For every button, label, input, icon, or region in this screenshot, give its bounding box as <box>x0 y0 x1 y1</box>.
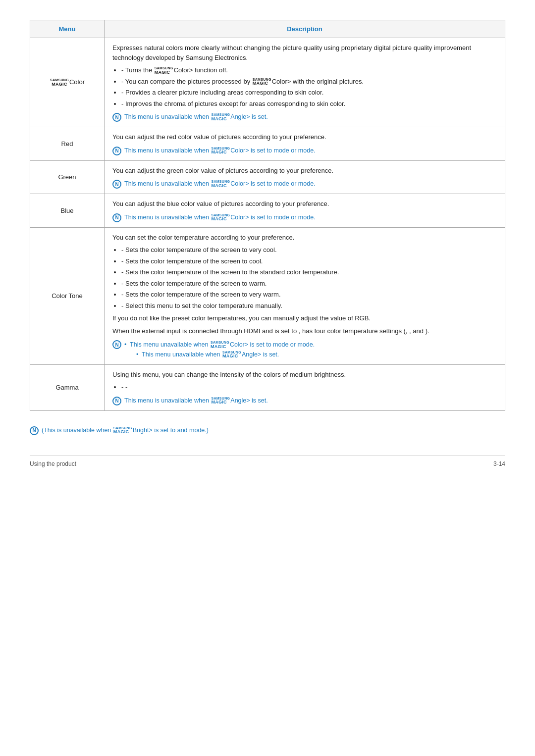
bullet-list: - - <box>121 382 497 392</box>
menu-label-red: Red <box>61 140 73 148</box>
menu-label-color-tone: Color Tone <box>52 292 83 300</box>
bullet-item: - Sets the color temperature of the scre… <box>121 279 497 289</box>
menu-label-magic-color: SAMSUNGMAGICColor <box>50 78 85 86</box>
menu-cell-4: Color Tone <box>30 227 105 364</box>
note-icon: N <box>112 180 121 189</box>
col-header-menu: Menu <box>30 20 105 38</box>
bullet-item: - You can compare the pictures processed… <box>121 77 497 87</box>
note-icon: N <box>112 340 121 349</box>
note-icon: N <box>112 213 121 222</box>
bullet-item: - Provides a clearer picture including a… <box>121 88 497 98</box>
extra-text: If you do not like the preset color temp… <box>112 313 497 323</box>
menu-label-blue: Blue <box>60 207 73 214</box>
note-sub-text: • This menu unavailable when SAMSUNGMAGI… <box>136 351 279 358</box>
bullet-item: - Improves the chroma of pictures except… <box>121 99 497 109</box>
footer-note-icon: N <box>30 426 39 435</box>
menu-cell-2: Green <box>30 160 105 194</box>
desc-intro: Using this menu, you can change the inte… <box>112 370 497 380</box>
desc-intro: You can adjust the green color value of … <box>112 166 497 176</box>
magic-brand-icon: SAMSUNGMAGIC <box>211 113 230 121</box>
note-text: This menu is unavailable when SAMSUNGMAG… <box>124 213 316 222</box>
magic-brand-icon: SAMSUNGMAGIC <box>211 213 230 222</box>
desc-intro: You can adjust the blue color value of p… <box>112 199 497 209</box>
note-row: N This menu is unavailable when SAMSUNGM… <box>112 146 497 155</box>
footer-note-text: (This is unavailable when SAMSUNGMAGICBr… <box>42 426 209 435</box>
magic-brand-icon: SAMSUNGMAGIC <box>211 341 229 349</box>
desc-cell-4: You can set the color temperature accord… <box>105 227 505 364</box>
note-text: This menu is unavailable when SAMSUNGMAG… <box>124 112 268 122</box>
bullet-item: - Sets the color temperature of the scre… <box>121 245 497 255</box>
page-wrapper: Menu Description SAMSUNGMAGICColorExpres… <box>30 20 505 467</box>
desc-intro: Expresses natural colors more clearly wi… <box>112 43 497 62</box>
magic-brand-icon: SAMSUNGMAGIC <box>155 66 173 75</box>
note-row: N • This menu unavailable when SAMSUNGMA… <box>112 340 497 359</box>
magic-brand-icon: SAMSUNGMAGIC <box>211 180 230 188</box>
bullet-item: - - <box>121 382 497 392</box>
bullet-item: - Sets the color temperature of the scre… <box>121 290 497 300</box>
magic-brand-icon: SAMSUNGMAGIC <box>211 397 230 405</box>
note-icon: N <box>112 147 121 155</box>
note-indent: • This menu unavailable when SAMSUNGMAGI… <box>136 350 315 359</box>
bullet-item: - Turns the SAMSUNGMAGICColor> function … <box>121 65 497 75</box>
main-table: Menu Description SAMSUNGMAGICColorExpres… <box>30 20 505 411</box>
menu-cell-1: Red <box>30 127 105 161</box>
bullet-list: - Sets the color temperature of the scre… <box>121 245 497 310</box>
magic-brand-icon: SAMSUNGMAGIC <box>222 351 241 359</box>
note-text: This menu is unavailable when SAMSUNGMAG… <box>124 146 316 155</box>
menu-cell-3: Blue <box>30 194 105 228</box>
bullet-item: - Select this menu to set the color temp… <box>121 301 497 311</box>
note-row: N This menu is unavailable when SAMSUNGM… <box>112 396 497 405</box>
note-text: This menu is unavailable when SAMSUNGMAG… <box>124 396 268 405</box>
note-row: N This menu is unavailable when SAMSUNGM… <box>112 112 497 122</box>
desc-cell-1: You can adjust the red color value of pi… <box>105 127 505 161</box>
footer-note-area: N (This is unavailable when SAMSUNGMAGIC… <box>30 426 505 435</box>
magic-brand-icon: SAMSUNGMAGIC <box>50 78 69 87</box>
note-row: N This menu is unavailable when SAMSUNGM… <box>112 179 497 189</box>
magic-brand-icon: SAMSUNGMAGIC <box>253 78 271 86</box>
page-footer: Using the product 3-14 <box>30 455 505 467</box>
note-row: N This menu is unavailable when SAMSUNGM… <box>112 213 497 222</box>
col-header-desc: Description <box>105 20 505 38</box>
page-footer-right: 3-14 <box>493 460 505 467</box>
note-text: This menu is unavailable when SAMSUNGMAG… <box>124 179 316 189</box>
magic-brand-icon: SAMSUNGMAGIC <box>113 426 132 435</box>
desc-cell-5: Using this menu, you can change the inte… <box>105 364 505 410</box>
bullet-item: - Sets the color temperature of the scre… <box>121 267 497 277</box>
magic-brand-icon: SAMSUNGMAGIC <box>211 147 230 155</box>
desc-cell-3: You can adjust the blue color value of p… <box>105 194 505 228</box>
desc-intro: You can set the color temperature accord… <box>112 233 497 243</box>
menu-cell-0: SAMSUNGMAGICColor <box>30 38 105 127</box>
note-icon: N <box>112 113 121 122</box>
note-icon: N <box>112 397 121 405</box>
menu-cell-5: Gamma <box>30 364 105 410</box>
menu-label-green: Green <box>58 173 76 181</box>
page-footer-left: Using the product <box>30 460 76 467</box>
desc-cell-2: You can adjust the green color value of … <box>105 160 505 194</box>
bullet-list: - Turns the SAMSUNGMAGICColor> function … <box>121 65 497 108</box>
bullet-item: - Sets the color temperature of the scre… <box>121 256 497 266</box>
extra-text: When the external input is connected thr… <box>112 326 497 336</box>
note-text: • This menu unavailable when SAMSUNGMAGI… <box>124 341 315 348</box>
menu-label-gamma: Gamma <box>55 384 78 391</box>
desc-intro: You can adjust the red color value of pi… <box>112 132 497 142</box>
desc-cell-0: Expresses natural colors more clearly wi… <box>105 38 505 127</box>
